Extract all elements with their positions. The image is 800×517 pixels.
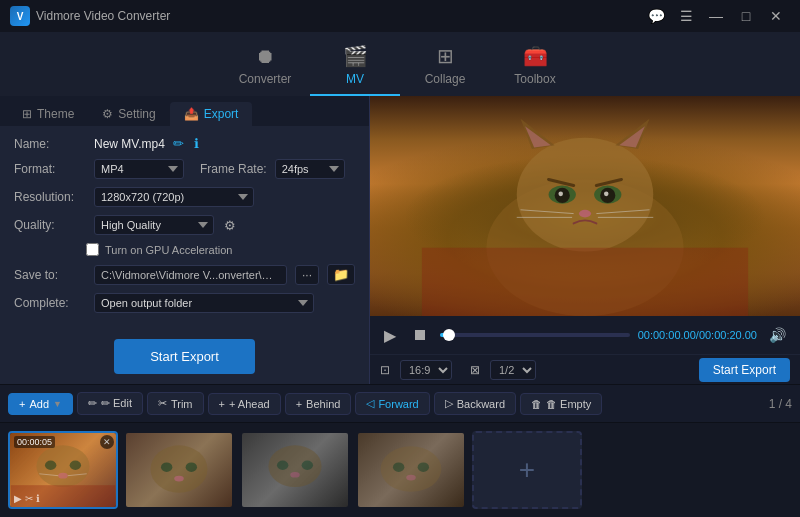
page-indicator: 1 / 4 bbox=[769, 397, 792, 411]
svg-point-21 bbox=[45, 461, 56, 470]
svg-point-20 bbox=[36, 445, 89, 487]
title-bar: V Vidmore Video Converter 💬 ☰ — □ ✕ bbox=[0, 0, 800, 32]
behind-label: Behind bbox=[306, 398, 340, 410]
quality-label: Quality: bbox=[14, 218, 86, 232]
timeline-item-2[interactable] bbox=[124, 431, 234, 509]
quality-row: Quality: High QualityMedium Quality ⚙ bbox=[14, 215, 355, 235]
tab-mv-label: MV bbox=[346, 72, 364, 86]
thumb-time-1: 00:00:05 bbox=[14, 436, 55, 448]
svg-point-36 bbox=[393, 462, 404, 471]
ahead-label: + Ahead bbox=[229, 398, 270, 410]
save-label: Save to: bbox=[14, 268, 86, 282]
message-button[interactable]: 💬 bbox=[642, 2, 670, 30]
open-folder-button[interactable]: 📁 bbox=[327, 264, 355, 285]
menu-button[interactable]: ☰ bbox=[672, 2, 700, 30]
quality-select[interactable]: High QualityMedium Quality bbox=[94, 215, 214, 235]
add-icon: + bbox=[19, 398, 25, 410]
main-content: ⊞ Theme ⚙ Setting 📤 Export Name: New MV.… bbox=[0, 96, 800, 384]
app-logo: V bbox=[10, 6, 30, 26]
ahead-button[interactable]: + + Ahead bbox=[208, 393, 281, 415]
start-export-left-button[interactable]: Start Export bbox=[114, 339, 255, 374]
edit-button[interactable]: ✏ ✏ Edit bbox=[77, 392, 143, 415]
title-controls: 💬 ☰ — □ ✕ bbox=[642, 2, 790, 30]
start-export-right-button[interactable]: Start Export bbox=[699, 358, 790, 382]
save-path-display: C:\Vidmore\Vidmore V...onverter\MV Expor… bbox=[94, 265, 287, 285]
gpu-row: Turn on GPU Acceleration bbox=[14, 243, 355, 256]
trash-icon: 🗑 bbox=[531, 398, 542, 410]
edit-icon: ✏ bbox=[88, 397, 97, 410]
timeline-item-3[interactable] bbox=[240, 431, 350, 509]
collage-icon: ⊞ bbox=[437, 44, 454, 68]
timeline-item-4[interactable] bbox=[356, 431, 466, 509]
theme-icon: ⊞ bbox=[22, 107, 32, 121]
bottom-controls: ⊡ 16:94:31:1 ⊠ 1/21/11/4 Start Export bbox=[370, 354, 800, 384]
format-row: Format: MP4MKVAVI Frame Rate: 24fps25fps… bbox=[14, 159, 355, 179]
volume-button[interactable]: 🔊 bbox=[765, 325, 790, 345]
nav-tabs: ⏺ Converter 🎬 MV ⊞ Collage 🧰 Toolbox bbox=[0, 32, 800, 96]
forward-icon: ◁ bbox=[366, 397, 374, 410]
svg-point-35 bbox=[381, 446, 442, 492]
ratio-select[interactable]: 16:94:31:1 bbox=[400, 360, 452, 380]
name-value-row: New MV.mp4 ✏ ℹ bbox=[94, 136, 201, 151]
tab-mv[interactable]: 🎬 MV bbox=[310, 36, 400, 96]
title-left: V Vidmore Video Converter bbox=[10, 6, 170, 26]
timeline-item-1[interactable]: 00:00:05 ✕ ▶ ✂ ℹ bbox=[8, 431, 118, 509]
name-row: Name: New MV.mp4 ✏ ℹ bbox=[14, 136, 355, 151]
browse-dots-button[interactable]: ··· bbox=[295, 265, 319, 285]
close-button[interactable]: ✕ bbox=[762, 2, 790, 30]
resolution-select[interactable]: 1280x720 (720p)1920x1080 (1080p) bbox=[94, 187, 254, 207]
tab-setting[interactable]: ⚙ Setting bbox=[88, 102, 169, 126]
svg-point-30 bbox=[174, 476, 183, 482]
tab-collage[interactable]: ⊞ Collage bbox=[400, 36, 490, 96]
format-select[interactable]: MP4MKVAVI bbox=[94, 159, 184, 179]
settings-form: Name: New MV.mp4 ✏ ℹ Format: MP4MKVAVI F… bbox=[0, 126, 369, 329]
play-button[interactable]: ▶ bbox=[380, 324, 400, 347]
add-media-button[interactable]: + bbox=[472, 431, 582, 509]
cat-svg bbox=[370, 96, 800, 316]
resolution-label: Resolution: bbox=[14, 190, 86, 204]
svg-point-23 bbox=[58, 473, 67, 479]
tab-toolbox[interactable]: 🧰 Toolbox bbox=[490, 36, 580, 96]
time-display: 00:00:00.00/00:00:20.00 bbox=[638, 329, 757, 341]
thumb-close-1[interactable]: ✕ bbox=[100, 435, 114, 449]
backward-button[interactable]: ▷ Backward bbox=[434, 392, 516, 415]
gpu-checkbox[interactable] bbox=[86, 243, 99, 256]
progress-bar[interactable] bbox=[440, 333, 630, 337]
add-dropdown-arrow: ▼ bbox=[53, 399, 62, 409]
forward-button[interactable]: ◁ Forward bbox=[355, 392, 429, 415]
left-tab-bar: ⊞ Theme ⚙ Setting 📤 Export bbox=[0, 96, 369, 126]
tab-theme[interactable]: ⊞ Theme bbox=[8, 102, 88, 126]
tab-export-label: Export bbox=[204, 107, 239, 121]
title-text: Vidmore Video Converter bbox=[36, 9, 170, 23]
scale-select[interactable]: 1/21/11/4 bbox=[490, 360, 536, 380]
maximize-button[interactable]: □ bbox=[732, 2, 760, 30]
info-button[interactable]: ℹ bbox=[192, 136, 201, 151]
complete-select[interactable]: Open output folderDo nothing bbox=[94, 293, 314, 313]
minimize-button[interactable]: — bbox=[702, 2, 730, 30]
thumb-icons-1: ▶ ✂ ℹ bbox=[14, 493, 40, 504]
tab-toolbox-label: Toolbox bbox=[514, 72, 555, 86]
name-value: New MV.mp4 bbox=[94, 137, 165, 151]
tab-converter[interactable]: ⏺ Converter bbox=[220, 36, 310, 96]
scale-icon: ⊠ bbox=[470, 363, 480, 377]
resolution-row: Resolution: 1280x720 (720p)1920x1080 (10… bbox=[14, 187, 355, 207]
thumb-cat-4 bbox=[358, 433, 464, 507]
svg-point-33 bbox=[302, 461, 313, 470]
svg-point-27 bbox=[151, 445, 208, 492]
svg-point-11 bbox=[604, 192, 609, 197]
quality-settings-button[interactable]: ⚙ bbox=[222, 218, 238, 233]
svg-point-22 bbox=[70, 461, 81, 470]
framerate-select[interactable]: 24fps25fps30fps bbox=[275, 159, 345, 179]
stop-button[interactable]: ⏹ bbox=[408, 324, 432, 346]
empty-button[interactable]: 🗑 🗑 Empty bbox=[520, 393, 602, 415]
tab-export[interactable]: 📤 Export bbox=[170, 102, 253, 126]
ratio-icon: ⊡ bbox=[380, 363, 390, 377]
trim-icon: ✂ bbox=[158, 397, 167, 410]
behind-button[interactable]: + Behind bbox=[285, 393, 352, 415]
add-button[interactable]: + Add ▼ bbox=[8, 393, 73, 415]
trim-button[interactable]: ✂ Trim bbox=[147, 392, 204, 415]
edit-name-button[interactable]: ✏ bbox=[171, 136, 186, 151]
thumb-cat-2 bbox=[126, 433, 232, 507]
progress-thumb bbox=[443, 329, 455, 341]
thumb-bg-4 bbox=[358, 433, 464, 507]
